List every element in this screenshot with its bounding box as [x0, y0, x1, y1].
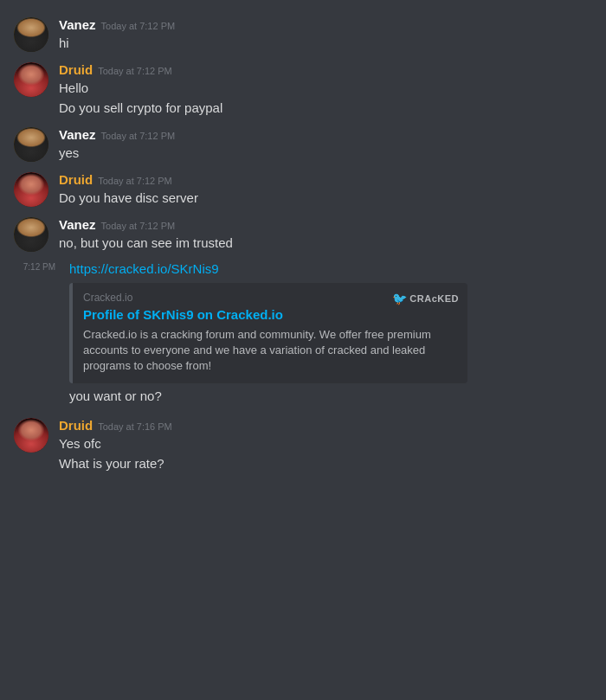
message-content: Druid Today at 7:12 PM Hello Do you sell…	[59, 62, 592, 117]
continued-timestamp: 7:12 PM	[14, 260, 59, 383]
avatar	[14, 418, 48, 453]
embed-logo-text: CRAcKED	[409, 293, 459, 304]
timestamp: Today at 7:12 PM	[98, 176, 172, 186]
cracked-bird-icon: 🐦	[392, 292, 407, 305]
message-content: Vanez Today at 7:12 PM yes	[59, 127, 592, 162]
timestamp: Today at 7:12 PM	[101, 21, 176, 31]
message-header: Vanez Today at 7:12 PM	[59, 217, 592, 232]
message-text: Yes ofc	[59, 434, 592, 453]
embed-description: Cracked.io is a cracking forum and commu…	[83, 327, 457, 375]
message-header: Vanez Today at 7:12 PM	[59, 127, 592, 142]
message-content: Druid Today at 7:16 PM Yes ofc What is y…	[59, 418, 592, 472]
cracked-link[interactable]: https://cracked.io/SKrNis9	[69, 261, 219, 276]
cracked-logo: 🐦 CRAcKED	[392, 292, 459, 305]
message-text: no, but you can see im trusted	[59, 234, 592, 252]
username: Vanez	[59, 127, 96, 142]
message-content: Vanez Today at 7:12 PM no, but you can s…	[59, 217, 592, 252]
message-text: you want or no?	[69, 387, 592, 405]
timestamp: Today at 7:12 PM	[98, 66, 172, 76]
spacer	[0, 408, 606, 414]
username: Vanez	[59, 17, 96, 32]
username: Druid	[59, 172, 93, 187]
message-text: hi	[59, 34, 592, 52]
message-content: Vanez Today at 7:12 PM hi	[59, 17, 592, 52]
avatar-image	[14, 172, 48, 207]
message-header: Druid Today at 7:12 PM	[59, 62, 592, 77]
timestamp: Today at 7:12 PM	[101, 131, 176, 141]
continued-content: https://cracked.io/SKrNis9 Cracked.io Pr…	[69, 260, 592, 383]
message-content: Druid Today at 7:12 PM Do you have disc …	[59, 172, 592, 207]
avatar	[14, 127, 48, 162]
username: Druid	[59, 62, 93, 77]
timestamp: Today at 7:16 PM	[98, 421, 172, 432]
message-continued: you want or no?	[0, 386, 606, 406]
message-header: Druid Today at 7:16 PM	[59, 418, 592, 433]
avatar-image	[14, 127, 48, 162]
link-embed: Cracked.io Profile of SKrNis9 on Cracked…	[69, 283, 467, 383]
message-group: Vanez Today at 7:12 PM yes	[0, 124, 606, 165]
message-header: Druid Today at 7:12 PM	[59, 172, 592, 187]
embed-title[interactable]: Profile of SKrNis9 on Cracked.io	[83, 307, 457, 322]
message-text: Hello	[59, 79, 592, 97]
username: Druid	[59, 418, 93, 433]
message-group: Vanez Today at 7:12 PM hi	[0, 14, 606, 55]
message-group: Vanez Today at 7:12 PM no, but you can s…	[0, 214, 606, 255]
message-text: yes	[59, 144, 592, 162]
avatar	[14, 217, 48, 252]
message-header: Vanez Today at 7:12 PM	[59, 17, 592, 32]
avatar	[14, 62, 48, 97]
message-group: Druid Today at 7:12 PM Hello Do you sell…	[0, 59, 606, 120]
message-group: Druid Today at 7:12 PM Do you have disc …	[0, 169, 606, 210]
continued-content: you want or no?	[69, 387, 592, 405]
message-text: What is your rate?	[59, 454, 592, 472]
username: Vanez	[59, 217, 96, 232]
chat-container: Vanez Today at 7:12 PM hi Druid Today at…	[0, 0, 606, 493]
avatar-image	[14, 418, 48, 453]
avatar-image	[14, 17, 48, 52]
message-continued: 7:12 PM https://cracked.io/SKrNis9 Crack…	[0, 259, 606, 384]
avatar-image	[14, 62, 48, 97]
avatar	[14, 172, 48, 207]
message-group: Druid Today at 7:16 PM Yes ofc What is y…	[0, 414, 606, 476]
message-text: https://cracked.io/SKrNis9	[69, 260, 592, 278]
continued-timestamp	[14, 387, 59, 405]
avatar	[14, 17, 48, 52]
timestamp: Today at 7:12 PM	[101, 221, 176, 231]
embed-logo: 🐦 CRAcKED	[392, 292, 459, 305]
avatar-image	[14, 217, 48, 252]
message-text: Do you sell crypto for paypal	[59, 99, 592, 117]
message-text: Do you have disc server	[59, 189, 592, 207]
